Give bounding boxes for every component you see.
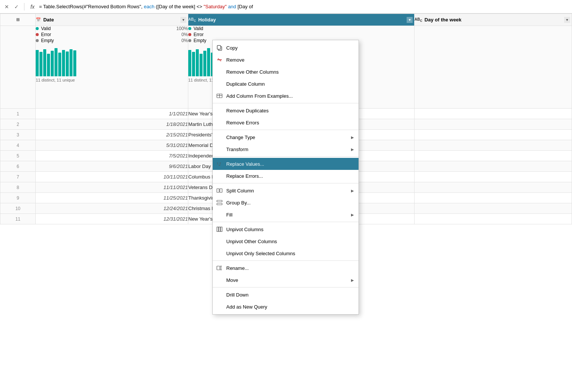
date-cell: 10/11/2021 — [36, 172, 188, 182]
remove-label: Remove — [226, 57, 354, 63]
corner-cell: ⊞ — [0, 14, 36, 26]
row-number: 2 — [0, 119, 36, 130]
date-distinct: 11 distinct, 11 unique — [36, 78, 188, 82]
date-cell: 12/24/2021 — [36, 203, 188, 214]
formula-bar: ✕ ✓ fx = Table.SelectRows(#"Removed Bott… — [0, 0, 572, 14]
holiday-valid-dot — [188, 27, 191, 30]
col-header-holiday[interactable]: ABC Holiday ▼ — [188, 14, 415, 26]
empty-dot — [36, 39, 39, 42]
split-column-icon — [216, 187, 223, 194]
formula-content[interactable]: = Table.SelectRows(#"Removed Bottom Rows… — [39, 4, 569, 9]
rename-icon — [216, 264, 223, 272]
dow-cell — [415, 182, 572, 193]
menu-item-remove[interactable]: Remove — [213, 54, 359, 66]
menu-item-drill-down[interactable]: Drill Down — [213, 289, 359, 301]
stats-date: Valid 100% Error 0% Empty 0% — [36, 26, 188, 109]
holiday-empty-dot — [188, 39, 191, 42]
dow-cell — [415, 119, 572, 130]
menu-separator — [213, 260, 359, 261]
transform-icon — [216, 145, 223, 153]
group-by-label: Group By... — [226, 200, 354, 206]
date-cell: 5/31/2021 — [36, 140, 188, 151]
replace-values-label: Replace Values... — [226, 161, 354, 167]
add-column-from-examples-icon — [216, 92, 223, 100]
holiday-error-dot — [188, 33, 191, 36]
close-icon[interactable]: ✕ — [3, 3, 11, 11]
menu-item-split-column[interactable]: Split Column▶ — [213, 185, 359, 197]
menu-item-group-by[interactable]: Group By... — [213, 197, 359, 209]
menu-item-unpivot-columns[interactable]: Unpivot Columns — [213, 223, 359, 235]
date-dropdown-btn[interactable]: ▼ — [180, 17, 186, 23]
row-number: 3 — [0, 130, 36, 140]
date-bar-chart — [36, 46, 188, 76]
fill-submenu-arrow: ▶ — [351, 213, 354, 217]
valid-label: Valid — [41, 26, 176, 31]
dow-cell — [415, 161, 572, 172]
move-label: Move — [226, 277, 348, 283]
holiday-error-label: Error — [194, 32, 414, 37]
svg-text:2: 2 — [219, 162, 221, 165]
menu-item-rename[interactable]: Rename... — [213, 262, 359, 274]
dow-cell — [415, 130, 572, 140]
unpivot-columns-icon — [216, 226, 223, 233]
replace-values-icon: 12 — [216, 160, 223, 168]
fill-label: Fill — [226, 212, 348, 218]
menu-separator — [213, 222, 359, 222]
date-cell: 1/1/2021 — [36, 109, 188, 119]
menu-item-remove-duplicates[interactable]: Remove Duplicates — [213, 104, 359, 117]
row-number: 11 — [0, 214, 36, 224]
context-menu: CopyRemoveRemove Other ColumnsDuplicate … — [212, 40, 359, 315]
menu-separator — [213, 130, 359, 130]
stats-dow — [415, 26, 572, 109]
svg-rect-14 — [219, 227, 220, 232]
dow-cell — [415, 193, 572, 203]
date-type-icon: 📅 — [36, 17, 41, 22]
group-by-icon — [216, 199, 223, 206]
date-cell: 9/6/2021 — [36, 161, 188, 172]
remove-duplicates-icon — [216, 107, 223, 114]
menu-item-change-type[interactable]: Change Type▶ — [213, 131, 359, 143]
error-pct: 0% — [182, 32, 188, 37]
valid-pct: 100% — [176, 26, 188, 31]
menu-item-unpivot-only-selected[interactable]: Unpivot Only Selected Columns — [213, 247, 359, 259]
menu-item-fill[interactable]: Fill▶ — [213, 209, 359, 221]
menu-item-add-column-from-examples[interactable]: Add Column From Examples... — [213, 90, 359, 102]
dow-type-icon: ABC — [415, 17, 422, 23]
split-column-label: Split Column — [226, 188, 348, 194]
drill-down-icon — [216, 291, 223, 298]
menu-item-move[interactable]: Move▶ — [213, 274, 359, 286]
menu-item-transform[interactable]: Transform▶ — [213, 143, 359, 155]
dow-dropdown-btn[interactable]: ▼ — [564, 17, 570, 23]
menu-item-copy[interactable]: Copy — [213, 42, 359, 54]
remove-icon — [216, 56, 223, 64]
move-submenu-arrow: ▶ — [351, 278, 354, 282]
menu-item-add-as-new-query[interactable]: Add as New Query — [213, 301, 359, 313]
dow-cell — [415, 140, 572, 151]
menu-item-replace-values[interactable]: 12Replace Values... — [213, 158, 359, 170]
menu-item-remove-errors[interactable]: Remove Errors — [213, 117, 359, 129]
svg-rect-16 — [217, 266, 220, 270]
check-icon[interactable]: ✓ — [13, 3, 20, 11]
menu-item-duplicate-column[interactable]: Duplicate Column — [213, 78, 359, 90]
transform-submenu-arrow: ▶ — [351, 147, 354, 151]
unpivot-only-selected-icon — [216, 250, 223, 257]
col-header-dow[interactable]: ABC Day of the week ▼ — [415, 14, 572, 26]
transform-label: Transform — [226, 147, 348, 152]
svg-rect-9 — [217, 189, 219, 192]
col-header-date[interactable]: 📅 Date ▼ — [36, 14, 188, 26]
svg-rect-15 — [221, 227, 222, 232]
menu-item-replace-errors[interactable]: Replace Errors... — [213, 170, 359, 182]
empty-label: Empty — [41, 38, 181, 43]
unpivot-only-selected-label: Unpivot Only Selected Columns — [226, 251, 354, 256]
menu-item-unpivot-other-columns[interactable]: Unpivot Other Columns — [213, 235, 359, 247]
formula-divider — [24, 3, 24, 11]
holiday-dropdown-btn[interactable]: ▼ — [407, 17, 413, 23]
row-number: 6 — [0, 161, 36, 172]
replace-errors-label: Replace Errors... — [226, 173, 354, 179]
rename-label: Rename... — [226, 265, 354, 271]
menu-item-remove-other-columns[interactable]: Remove Other Columns — [213, 66, 359, 78]
row-number: 8 — [0, 182, 36, 193]
row-number: 5 — [0, 151, 36, 161]
svg-text:1: 1 — [217, 162, 218, 165]
split-column-submenu-arrow: ▶ — [351, 189, 354, 193]
